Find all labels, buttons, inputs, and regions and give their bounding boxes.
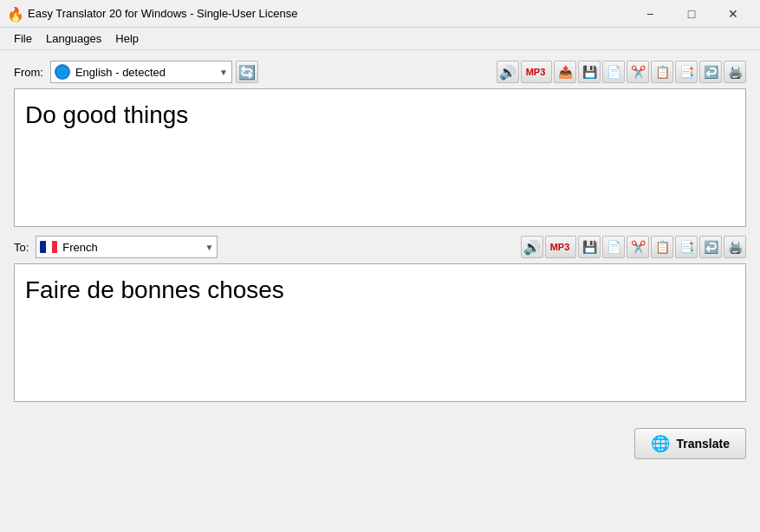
source-toolbar-row: From: 🌐 English - detected ▼ 🔄 🔊 MP3 📤 💾… bbox=[14, 61, 746, 83]
target-print-button[interactable]: 🖨️ bbox=[724, 236, 746, 258]
source-mp3-button[interactable]: MP3 bbox=[521, 61, 552, 83]
source-print-button[interactable]: 🖨️ bbox=[724, 61, 746, 83]
main-content: From: 🌐 English - detected ▼ 🔄 🔊 MP3 📤 💾… bbox=[0, 50, 760, 421]
menu-file[interactable]: File bbox=[7, 30, 39, 47]
refresh-button[interactable]: 🔄 bbox=[236, 61, 258, 83]
french-flag-icon bbox=[40, 241, 57, 253]
target-paste-button[interactable]: 📑 bbox=[675, 236, 698, 258]
menu-help[interactable]: Help bbox=[108, 30, 146, 47]
source-toolbar-icons: 🔊 MP3 📤 💾 📄 ✂️ 📋 📑 ↩️ 🖨️ bbox=[497, 61, 746, 83]
window-controls: − □ ✕ bbox=[630, 3, 753, 24]
target-lang-inner: French bbox=[40, 241, 97, 254]
globe-icon: 🌐 bbox=[55, 64, 70, 80]
app-icon: 🔥 bbox=[7, 6, 23, 22]
menu-languages[interactable]: Languages bbox=[39, 30, 108, 47]
source-language-text: English - detected bbox=[75, 66, 166, 79]
source-speaker-button[interactable]: 🔊 bbox=[497, 61, 519, 83]
source-copy-button[interactable]: 📋 bbox=[651, 61, 673, 83]
target-toolbar-icons: 🔊 MP3 💾 📄 ✂️ 📋 📑 ↩️ 🖨️ bbox=[521, 236, 746, 258]
from-label: From: bbox=[14, 66, 43, 79]
source-text-content: Do good things bbox=[25, 98, 735, 132]
translate-button-label: Translate bbox=[677, 437, 730, 451]
target-undo-button[interactable]: ↩️ bbox=[699, 236, 722, 258]
target-language-select[interactable]: French ▼ bbox=[36, 236, 218, 258]
maximize-button[interactable]: □ bbox=[672, 3, 711, 24]
source-lang-inner: 🌐 English - detected bbox=[55, 64, 166, 80]
target-mp3-button[interactable]: MP3 bbox=[545, 236, 576, 258]
translate-globe-icon: 🌐 bbox=[651, 434, 670, 453]
source-text-area[interactable]: Do good things bbox=[14, 88, 746, 227]
source-language-select[interactable]: 🌐 English - detected ▼ bbox=[50, 61, 232, 83]
target-language-text: French bbox=[62, 241, 97, 254]
target-file-button[interactable]: 📄 bbox=[602, 236, 625, 258]
source-share-button[interactable]: 📤 bbox=[554, 61, 576, 83]
to-label: To: bbox=[14, 241, 29, 254]
source-dropdown-arrow: ▼ bbox=[219, 68, 228, 77]
source-undo-button[interactable]: ↩️ bbox=[699, 61, 722, 83]
target-speaker-button[interactable]: 🔊 bbox=[521, 236, 543, 258]
source-cut-button[interactable]: ✂️ bbox=[627, 61, 649, 83]
target-text-area: Faire de bonnes choses bbox=[14, 263, 746, 402]
target-mp3-label: MP3 bbox=[550, 242, 570, 252]
translate-button[interactable]: 🌐 Translate bbox=[634, 428, 746, 459]
target-copy-button[interactable]: 📋 bbox=[651, 236, 673, 258]
target-text-content: Faire de bonnes choses bbox=[25, 273, 735, 307]
target-cut-button[interactable]: ✂️ bbox=[627, 236, 649, 258]
bottom-bar: 🌐 Translate bbox=[0, 421, 760, 466]
minimize-button[interactable]: − bbox=[630, 3, 670, 24]
title-bar-text: Easy Translator 20 for Windows - Single-… bbox=[28, 7, 630, 20]
target-dropdown-arrow: ▼ bbox=[205, 243, 213, 252]
close-button[interactable]: ✕ bbox=[713, 3, 753, 24]
menu-bar: File Languages Help bbox=[0, 28, 760, 50]
source-paste-button[interactable]: 📑 bbox=[675, 61, 698, 83]
target-toolbar-row: To: French ▼ 🔊 MP3 💾 📄 ✂️ 📋 bbox=[14, 236, 746, 258]
source-file-button[interactable]: 📄 bbox=[602, 61, 625, 83]
title-bar: 🔥 Easy Translator 20 for Windows - Singl… bbox=[0, 0, 760, 28]
source-save-button[interactable]: 💾 bbox=[578, 61, 601, 83]
target-save-button[interactable]: 💾 bbox=[578, 236, 601, 258]
source-mp3-label: MP3 bbox=[526, 67, 546, 77]
